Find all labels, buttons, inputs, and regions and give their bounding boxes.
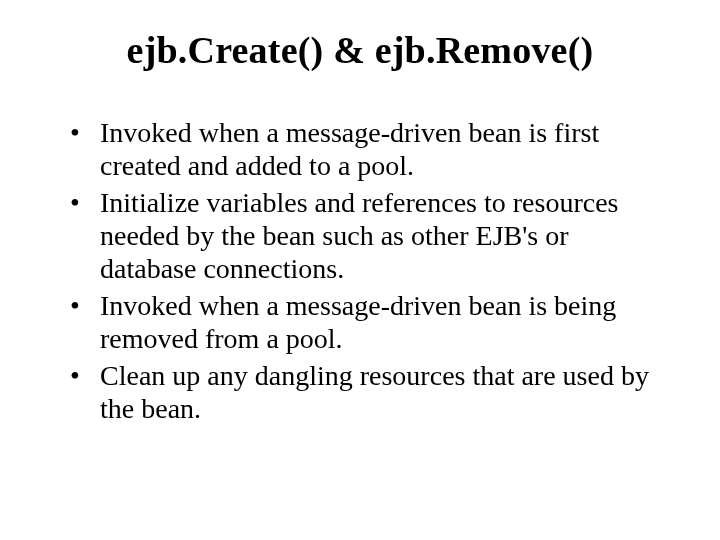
list-item: Invoked when a message-driven bean is be… — [70, 289, 660, 355]
slide: ejb.Create() & ejb.Remove() Invoked when… — [0, 0, 720, 540]
list-item: Clean up any dangling resources that are… — [70, 359, 660, 425]
bullet-list: Invoked when a message-driven bean is fi… — [50, 116, 670, 425]
list-item: Initialize variables and references to r… — [70, 186, 660, 285]
list-item: Invoked when a message-driven bean is fi… — [70, 116, 660, 182]
slide-title: ejb.Create() & ejb.Remove() — [50, 28, 670, 72]
